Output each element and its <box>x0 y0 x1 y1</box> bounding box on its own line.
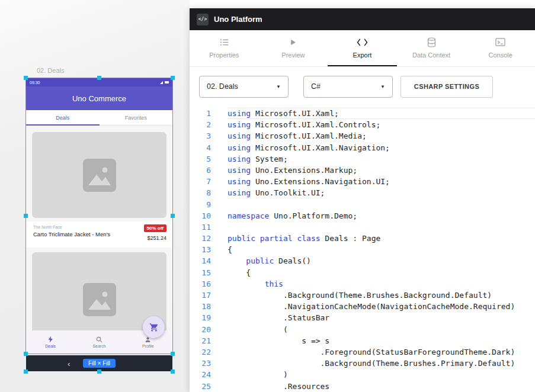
code-gutter: 1234567891011121314151617181920212223242… <box>190 108 211 392</box>
csharp-settings-button[interactable]: CSHARP SETTINGS <box>401 76 493 98</box>
tab-label: Properties <box>209 52 239 59</box>
phone-tab-deals[interactable]: Deals <box>26 110 100 125</box>
panel-title: Uno Platform <box>214 15 262 24</box>
tab-label: Console <box>488 52 512 59</box>
product-info[interactable]: The North Face Carto Triclimate Jacket -… <box>26 221 172 248</box>
code-line[interactable]: .NavigationCacheMode(NavigationCacheMode… <box>228 301 535 312</box>
tool-panel: </> Uno Platform Properties Preview <box>190 8 535 392</box>
code-line[interactable]: .Foreground(StatusBarForegroundTheme.Dar… <box>228 346 535 358</box>
phone-selection-group[interactable]: 09:30 Uno Commerce Deals Favorites <box>26 78 172 371</box>
signal-icon <box>160 81 163 84</box>
line-number: 4 <box>190 142 211 153</box>
phone-tab-label: Favorites <box>125 115 147 121</box>
panel-header: </> Uno Platform <box>190 8 535 30</box>
discount-badge: 50% off <box>144 224 166 232</box>
code-line[interactable] <box>228 199 535 210</box>
code-editor[interactable]: 1234567891011121314151617181920212223242… <box>190 106 535 392</box>
code-line[interactable]: using System; <box>228 153 535 165</box>
phone-preview[interactable]: 09:30 Uno Commerce Deals Favorites <box>26 78 172 354</box>
code-line[interactable]: public Deals() <box>228 255 535 266</box>
line-number: 11 <box>190 221 211 233</box>
code-line[interactable]: using Microsoft.UI.Xaml.Navigation; <box>228 142 535 153</box>
code-line[interactable]: .Background(Theme.Brushes.Background.Def… <box>228 290 535 301</box>
list-icon <box>219 37 229 47</box>
tab-properties[interactable]: Properties <box>190 30 259 66</box>
line-number: 2 <box>190 119 211 130</box>
code-line[interactable]: { <box>228 244 535 255</box>
image-placeholder-icon <box>82 158 117 192</box>
nav-item-search[interactable]: Search <box>75 330 123 354</box>
phone-tab-bar: Deals Favorites <box>26 110 172 126</box>
line-number: 16 <box>190 278 211 290</box>
line-number: 19 <box>190 312 211 323</box>
code-line[interactable]: using Uno.Extensions.Navigation.UI; <box>228 176 535 187</box>
status-icons <box>160 81 169 84</box>
line-number: 9 <box>190 199 211 210</box>
selection-handle[interactable] <box>24 369 28 374</box>
phone-app-bar: Uno Commerce <box>26 86 172 110</box>
app-title: Uno Commerce <box>72 94 126 103</box>
code-line[interactable]: using Microsoft.UI.Xaml; <box>228 108 535 119</box>
selection-handle[interactable] <box>171 369 175 374</box>
size-badge[interactable]: Fill × Fill <box>83 359 116 368</box>
tab-export[interactable]: Export <box>328 30 397 66</box>
code-lines[interactable]: using Microsoft.UI.Xaml;using Microsoft.… <box>211 108 535 392</box>
selection-handle[interactable] <box>171 352 175 356</box>
tab-console[interactable]: Console <box>466 30 535 66</box>
line-number: 22 <box>190 346 211 358</box>
battery-icon <box>165 81 169 83</box>
line-number: 15 <box>190 267 211 278</box>
code-line[interactable]: using Microsoft.UI.Xaml.Media; <box>228 130 535 142</box>
nav-item-deals[interactable]: Deals <box>26 330 75 354</box>
selection-toolbar: ‹ Fill × Fill <box>26 355 172 371</box>
artboard-label[interactable]: 02. Deals <box>37 67 64 74</box>
selection-handle[interactable] <box>97 76 101 80</box>
product-image-placeholder[interactable] <box>32 132 166 218</box>
code-line[interactable]: using Uno.Extensions.Markup; <box>228 165 535 176</box>
status-time: 09:30 <box>30 81 40 85</box>
search-icon <box>96 336 102 343</box>
code-line[interactable] <box>228 221 535 233</box>
selection-handle[interactable] <box>171 76 175 80</box>
design-canvas: 02. Deals 09:30 Uno Commerce <box>0 0 190 392</box>
tab-label: Export <box>353 52 372 59</box>
line-number: 13 <box>190 244 211 255</box>
code-line[interactable]: ( <box>228 324 535 335</box>
code-line[interactable]: { <box>228 267 535 278</box>
phone-tab-favorites[interactable]: Favorites <box>100 110 173 125</box>
code-line[interactable]: using Microsoft.UI.Xaml.Controls; <box>228 119 535 130</box>
code-line[interactable]: ) <box>228 369 535 380</box>
code-line[interactable]: .Resources <box>228 381 535 392</box>
selection-handle[interactable] <box>24 76 28 80</box>
line-number: 10 <box>190 210 211 221</box>
tab-preview[interactable]: Preview <box>259 30 328 66</box>
line-number: 17 <box>190 290 211 301</box>
page-select[interactable]: 02. Deals ▼ <box>199 76 289 98</box>
terminal-icon <box>495 37 505 47</box>
back-chevron[interactable]: ‹ <box>68 359 70 368</box>
code-line[interactable]: namespace Uno.Platform.Demo; <box>228 210 535 221</box>
tab-data-context[interactable]: Data Context <box>397 30 466 66</box>
image-placeholder-icon <box>82 282 117 317</box>
selection-handle[interactable] <box>24 352 28 356</box>
line-number: 8 <box>190 187 211 198</box>
code-line[interactable]: .Background(Theme.Brushes.Primary.Defaul… <box>228 358 535 369</box>
selection-handle[interactable] <box>24 214 28 218</box>
language-select[interactable]: C# ▼ <box>303 76 393 98</box>
cart-fab[interactable] <box>143 316 165 338</box>
code-line[interactable]: this <box>228 278 535 290</box>
product-price: $251.24 <box>147 235 166 241</box>
line-number: 23 <box>190 358 211 369</box>
play-icon <box>289 37 297 47</box>
code-line[interactable]: using Uno.Toolkit.UI; <box>228 187 535 198</box>
code-line[interactable]: s => s <box>228 335 535 346</box>
cart-icon <box>149 323 159 332</box>
export-controls: 02. Deals ▼ C# ▼ CSHARP SETTINGS <box>190 67 535 106</box>
code-line[interactable]: .StatusBar <box>228 312 535 323</box>
selection-handle[interactable] <box>171 214 175 218</box>
phone-tab-label: Deals <box>56 115 69 121</box>
line-number: 7 <box>190 176 211 187</box>
selection-handle[interactable] <box>97 369 101 374</box>
code-icon: </> <box>197 14 209 25</box>
code-line[interactable]: public partial class Deals : Page <box>228 233 535 244</box>
